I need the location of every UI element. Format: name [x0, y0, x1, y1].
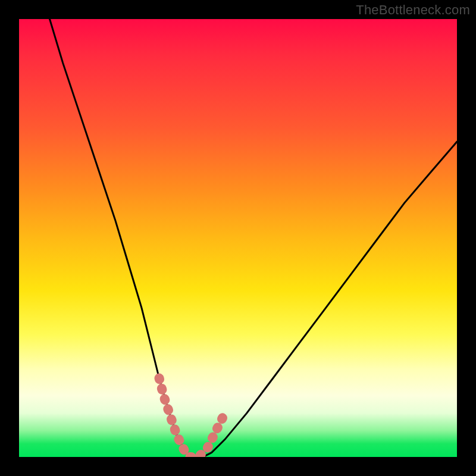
bottleneck-curve-path [50, 19, 458, 457]
chart-plot-area [19, 19, 457, 457]
highlighted-range-path [159, 378, 225, 458]
watermark-text: TheBottleneck.com [356, 2, 470, 18]
chart-svg [19, 19, 457, 457]
outer-frame: TheBottleneck.com [0, 0, 476, 476]
